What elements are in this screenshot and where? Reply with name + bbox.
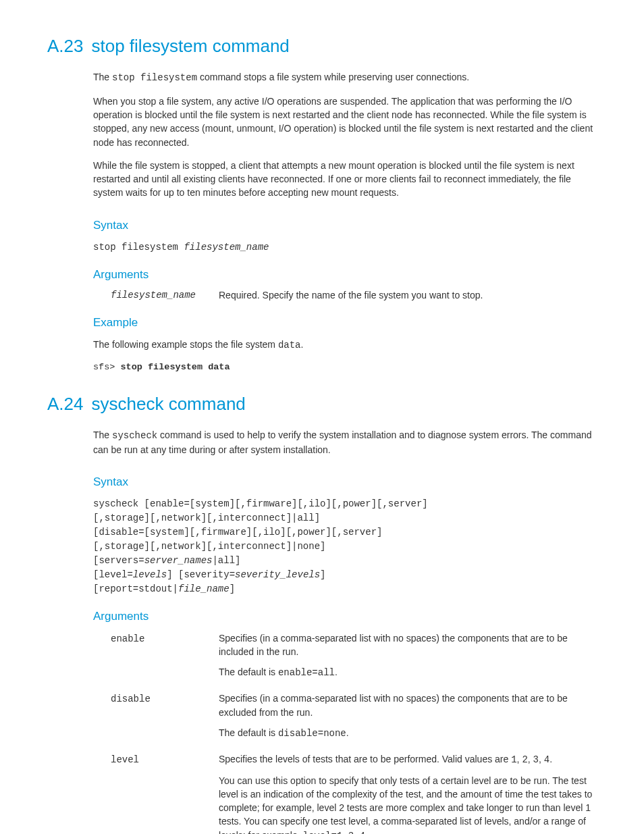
- argument-name: level: [111, 752, 219, 834]
- syntax-line: [report=stdout|file_name]: [93, 582, 603, 596]
- paragraph: The following example stops the file sys…: [93, 338, 603, 352]
- syntax-block: syscheck [enable=[system][,firmware][,il…: [93, 497, 603, 596]
- example-bold: stop filesystem data: [121, 362, 230, 372]
- inline-code: syscheck: [112, 430, 157, 441]
- argument-desc: Specifies (in a comma-separated list wit…: [219, 631, 603, 687]
- paragraph: While the file system is stopped, a clie…: [93, 159, 603, 200]
- argument-name: enable: [111, 631, 219, 687]
- syntax-block: stop filesystem filesystem_name: [93, 240, 603, 255]
- inline-code: stop filesystem: [112, 72, 197, 83]
- example-intro: The following example stops the file sys…: [93, 338, 603, 352]
- arguments-table: enable Specifies (in a comma-separated l…: [111, 631, 603, 834]
- argument-row: disable Specifies (in a comma-separated …: [111, 692, 603, 747]
- inline-code: data: [278, 340, 301, 350]
- argument-desc: Specifies the levels of tests that are t…: [219, 752, 603, 834]
- argument-row: enable Specifies (in a comma-separated l…: [111, 631, 603, 687]
- argument-desc: Specifies (in a comma-separated list wit…: [219, 692, 603, 747]
- argument-row: filesystem_name Required. Specify the na…: [111, 289, 603, 303]
- section-title: syscheck command: [92, 392, 246, 416]
- subheading-example: Example: [93, 315, 603, 331]
- syntax-line: [servers=server_names|all]: [93, 554, 603, 568]
- section-heading-a24: A.24 syscheck command: [47, 392, 603, 416]
- subheading-syntax: Syntax: [93, 217, 603, 234]
- argument-name: disable: [111, 692, 219, 747]
- syntax-arg: filesystem_name: [184, 242, 269, 253]
- paragraph: The syscheck command is used to help to …: [93, 428, 603, 457]
- section-number: A.24: [47, 392, 84, 416]
- section-title: stop filesystem command: [92, 34, 290, 58]
- section-a24-body: The syscheck command is used to help to …: [93, 428, 603, 457]
- section-a23-body: The stop filesystem command stops a file…: [93, 70, 603, 199]
- paragraph: The stop filesystem command stops a file…: [93, 70, 603, 84]
- example-command: sfs> stop filesystem data: [93, 361, 603, 374]
- subheading-arguments: Arguments: [93, 267, 603, 283]
- syntax-line: [,storage][,network][,interconnect]|all]: [93, 511, 603, 525]
- argument-row: level Specifies the levels of tests that…: [111, 752, 603, 834]
- section-number: A.23: [47, 34, 84, 58]
- subheading-syntax: Syntax: [93, 474, 603, 490]
- section-heading-a23: A.23 stop filesystem command: [47, 34, 603, 58]
- subheading-arguments: Arguments: [93, 608, 603, 625]
- syntax-line: [disable=[system][,firmware][,ilo][,powe…: [93, 525, 603, 540]
- argument-name: filesystem_name: [111, 289, 219, 303]
- argument-desc: Required. Specify the name of the file s…: [219, 289, 603, 303]
- syntax-line: [level=levels] [severity=severity_levels…: [93, 568, 603, 582]
- syntax-line: syscheck [enable=[system][,firmware][,il…: [93, 497, 603, 511]
- syntax-line: [,storage][,network][,interconnect]|none…: [93, 540, 603, 554]
- paragraph: When you stop a file system, any active …: [93, 95, 603, 149]
